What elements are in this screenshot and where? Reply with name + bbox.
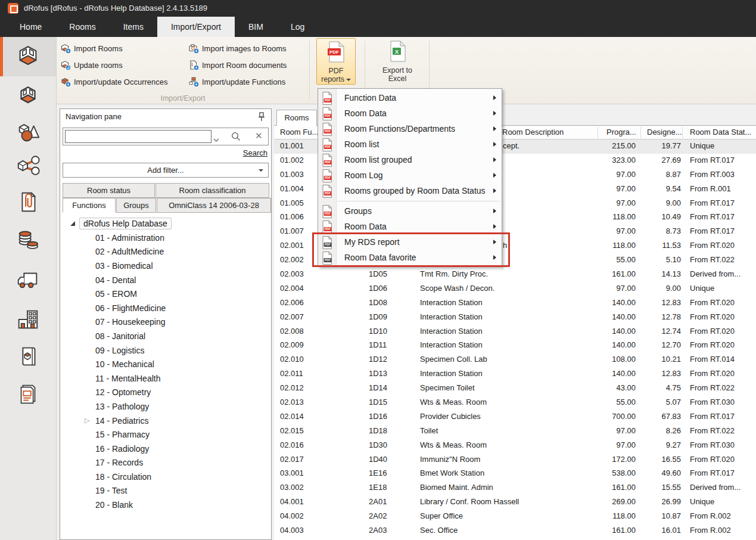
column-header-room-data-status[interactable]: Room Data Stat... (690, 126, 751, 139)
table-row[interactable]: 03.0021E18Biomed Maint. Admin161.0015.55… (274, 481, 756, 495)
tree-item[interactable]: 20 - Blank (61, 498, 270, 512)
module-buildings[interactable] (0, 302, 56, 337)
table-row[interactable]: 02.0121D14Specimen Toilet43.004.75From R… (274, 381, 756, 396)
menu-tab-log[interactable]: Log (277, 17, 318, 37)
module-logistics[interactable] (0, 262, 56, 296)
tree-item-label: 14 - Pediatrics (95, 416, 148, 426)
table-row[interactable]: 02.0031D05Tmt Rm. Dirty Proc.161.0014.13… (274, 268, 756, 282)
menu-item-room-functions-departments[interactable]: PDFRoom Functions/Departments (318, 121, 502, 136)
import-functions-button[interactable]: Import/update Functions (188, 75, 287, 88)
tree-item[interactable]: 12 - Optometry (61, 386, 270, 400)
module-documents[interactable] (0, 185, 56, 219)
import-documents-button[interactable]: Import Room documents (188, 58, 287, 72)
menu-tab-home[interactable]: Home (6, 17, 55, 37)
table-row[interactable]: 02.0091D11Interaction Station140.0012.70… (274, 339, 756, 353)
import-occurrences-button[interactable]: Import/update Occurrences (60, 75, 168, 88)
chevron-down-icon[interactable] (213, 134, 219, 139)
table-cell: 16.55 (631, 455, 681, 464)
menu-item-room-log[interactable]: PDFRoom Log (318, 167, 502, 183)
table-row[interactable]: 02.0101D12Specimen Coll. Lab108.0010.21F… (274, 353, 756, 367)
menu-item-rooms-grouped-by-room-data-status[interactable]: PDFRooms grouped by Room Data Status (318, 183, 502, 198)
table-row[interactable]: 02.0071D09Interaction Station140.0012.78… (274, 311, 756, 325)
column-header-room-description[interactable]: Room Description (502, 126, 564, 139)
tree-item[interactable]: 15 - Pharmacy (61, 427, 270, 442)
menu-item-function-data[interactable]: PDFFunction Data (318, 90, 502, 105)
column-header-programmed[interactable]: Progra... (606, 126, 636, 139)
menu-item-room-data[interactable]: PDFRoom Data (318, 105, 502, 121)
column-header-room-function[interactable]: Room Fu... (280, 126, 318, 139)
filter-tab-room-classification[interactable]: Room classification (155, 183, 269, 198)
search-icon[interactable] (231, 132, 241, 141)
tree-item[interactable]: 16 - Radiology (61, 442, 270, 456)
search-link[interactable]: Search (243, 148, 267, 157)
tree-item[interactable]: 11 - MentalHealth (61, 371, 270, 386)
filter-tab-functions[interactable]: Functions (63, 198, 116, 213)
tree-item[interactable]: 05 - EROM (61, 287, 270, 301)
update-rooms-button[interactable]: Update rooms (60, 58, 168, 72)
module-rooms[interactable] (0, 37, 56, 76)
table-row[interactable]: 02.0161D30Wts & Meas. Room97.009.27From … (274, 439, 756, 453)
add-filter-dropdown[interactable]: Add filter... (63, 163, 269, 178)
column-separator[interactable] (682, 127, 683, 138)
tree-item[interactable]: 06 - FlightMedicine (61, 301, 270, 315)
table-row[interactable]: 02.0171D40Immuniz"N Room172.0016.55From … (274, 453, 756, 467)
pdf-reports-button[interactable]: PDF PDF reports (316, 38, 356, 85)
menu-item-room-list[interactable]: PDFRoom list (318, 136, 502, 152)
module-finance[interactable] (0, 222, 56, 256)
tree-item[interactable]: ▷14 - Pediatrics (61, 414, 270, 428)
tree-item[interactable]: 03 - Biomedical (61, 259, 270, 273)
menu-tab-items[interactable]: Items (110, 17, 157, 37)
clear-search-icon[interactable]: ✕ (255, 131, 263, 141)
table-row[interactable]: 04.0012A01Library / Conf. Room Hassell26… (274, 495, 756, 510)
table-row[interactable]: 04.0032A03Sec. Office161.0016.01From R.0… (274, 524, 756, 538)
tree-item[interactable]: 02 - AdultMedicine (61, 245, 270, 259)
menu-item-room-list-grouped[interactable]: PDFRoom list grouped (318, 152, 502, 167)
import-images-button[interactable]: Import images to Rooms (188, 42, 287, 55)
tree-item[interactable]: 19 - Test (61, 484, 270, 498)
table-row[interactable]: 03.0011E16Bmet Work Station538.0049.60Fr… (274, 467, 756, 481)
tree-item[interactable]: 07 - Housekeeping (61, 315, 270, 330)
table-row[interactable]: 04.0022A02Super Office118.0010.87From R.… (274, 510, 756, 524)
pin-icon[interactable] (258, 112, 265, 122)
table-row[interactable]: 02.0151D18Toilet97.008.26From RT.022 (274, 424, 756, 439)
tree-root[interactable]: dRofus Help Database (61, 216, 270, 231)
import-rooms-button[interactable]: Import Rooms (60, 42, 168, 55)
column-separator[interactable] (640, 127, 641, 138)
table-row[interactable]: 02.0061D08Interaction Station140.0012.83… (274, 296, 756, 311)
tree-item-label: 15 - Pharmacy (95, 430, 150, 439)
tree-item[interactable]: 17 - Records (61, 456, 270, 470)
table-cell: Unique (690, 141, 714, 150)
column-separator[interactable] (598, 127, 598, 138)
module-items[interactable] (0, 114, 56, 149)
filter-tab-groups[interactable]: Groups (116, 198, 156, 213)
menu-tab-import-export[interactable]: Import/Export (157, 17, 235, 37)
menu-item-groups[interactable]: PDFGroups (318, 203, 502, 219)
tree-item[interactable]: 13 - Pathology (61, 399, 270, 414)
table-row[interactable]: 02.0131D15Wts & Meas. Room55.005.07From … (274, 396, 756, 410)
module-occurrences[interactable] (0, 149, 56, 184)
module-rooms-alt[interactable] (0, 79, 56, 113)
menu-tab-bim[interactable]: BIM (235, 17, 277, 37)
filter-tab-room-status[interactable]: Room status (63, 183, 155, 198)
tab-rooms[interactable]: Rooms (276, 110, 317, 126)
tree-item[interactable]: 18 - Circulation (61, 470, 270, 484)
tree-item[interactable]: 10 - Mechanical (61, 357, 270, 371)
table-row[interactable]: 02.0041D06Scope Wash / Decon.97.009.00Un… (274, 282, 756, 296)
export-to-excel-button[interactable]: X Export to Excel (371, 38, 424, 85)
column-header-designed[interactable]: Designe... (647, 126, 682, 139)
table-row[interactable]: 02.0081D10Interaction Station140.0012.74… (274, 325, 756, 339)
search-input[interactable] (65, 130, 211, 143)
tree-item[interactable]: 04 - Dental (61, 273, 270, 287)
tree-item[interactable]: 09 - Logistics (61, 343, 270, 358)
table-row[interactable]: 02.0141D16Provider Cubicles700.0067.83Fr… (274, 410, 756, 424)
tree-item[interactable]: 08 - Janitorial (61, 329, 270, 343)
module-catalog[interactable] (0, 339, 56, 374)
module-reports[interactable] (0, 377, 56, 411)
expanded-arrow-icon[interactable] (70, 221, 75, 226)
collapsed-arrow-icon[interactable]: ▷ (85, 417, 89, 424)
menu-tab-rooms[interactable]: Rooms (55, 17, 109, 37)
tree-item[interactable]: 01 - Administration (61, 231, 270, 245)
filter-tab-omniclass-14-2006-03-28[interactable]: OmniClass 14 2006-03-28 (157, 198, 271, 213)
table-row[interactable]: 02.0111D13Interaction Station140.0012.83… (274, 367, 756, 381)
tree-root-label[interactable]: dRofus Help Database (79, 218, 172, 229)
